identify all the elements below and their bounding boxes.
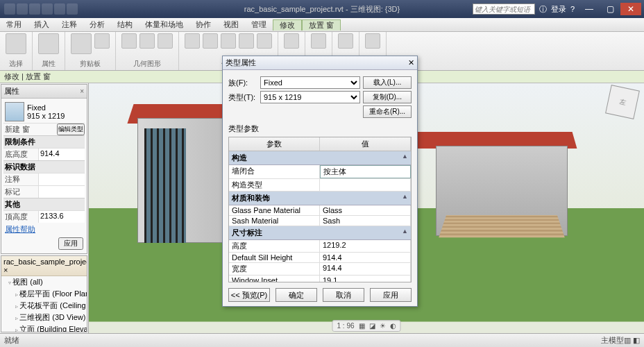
- apply-button[interactable]: 应用: [370, 288, 412, 302]
- param-key: Default Sill Height: [229, 253, 320, 262]
- zoom-controls[interactable]: ▥ ◧: [624, 336, 640, 345]
- tree-item[interactable]: 天花板平面 (Ceiling Plan): [15, 300, 87, 312]
- prop-val[interactable]: [38, 174, 85, 185]
- collapse-icon: ▲: [402, 193, 408, 203]
- search-input[interactable]: [473, 3, 535, 15]
- tree-item[interactable]: 三维视图 (3D View): [15, 312, 87, 323]
- help-icon[interactable]: ?: [570, 5, 575, 13]
- login-label[interactable]: 登录: [551, 4, 566, 15]
- duplicate-button[interactable]: 复制(D)...: [363, 91, 412, 103]
- tree-item[interactable]: 楼层平面 (Floor Plan): [15, 288, 87, 300]
- array-icon[interactable]: [257, 33, 272, 49]
- menu-home[interactable]: 常用: [0, 19, 28, 30]
- cancel-button[interactable]: 取消: [323, 288, 364, 302]
- info-icon[interactable]: ⓘ: [539, 4, 547, 15]
- param-val[interactable]: [320, 179, 411, 191]
- menu-massing[interactable]: 体量和场地: [139, 19, 189, 30]
- status-bar: 就绪 主模型 ▥ ◧: [0, 333, 644, 347]
- mirror-icon[interactable]: [239, 33, 254, 49]
- minimize-button[interactable]: —: [579, 3, 600, 15]
- menu-view[interactable]: 视图: [217, 19, 245, 30]
- param-group[interactable]: 构造▲: [229, 151, 411, 165]
- properties-icon[interactable]: [38, 33, 59, 54]
- measure-icon[interactable]: [311, 33, 326, 49]
- prop-val[interactable]: 914.4: [38, 149, 85, 160]
- close-button[interactable]: ✕: [620, 3, 641, 15]
- menu-modify[interactable]: 修改: [273, 19, 302, 31]
- qat-redo-icon[interactable]: [54, 3, 65, 15]
- ribbon-group-select: 选择: [0, 32, 33, 70]
- visual-style-icon[interactable]: ◪: [369, 322, 375, 330]
- prop-val[interactable]: 2133.6: [38, 211, 85, 223]
- preview-button[interactable]: << 预览(P): [228, 288, 270, 302]
- cut-geom-icon[interactable]: [139, 33, 155, 49]
- load-button[interactable]: 载入(L)...: [363, 76, 412, 89]
- rename-button[interactable]: 重命名(R)...: [363, 105, 412, 118]
- create-icon[interactable]: [338, 33, 353, 49]
- app-menu-icon[interactable]: [4, 3, 15, 15]
- window-buttons: — ▢ ✕: [579, 3, 641, 15]
- prop-help-link[interactable]: 属性帮助: [3, 223, 85, 236]
- rotate-icon[interactable]: [221, 33, 236, 49]
- close-icon[interactable]: ×: [80, 87, 84, 95]
- qat-open-icon[interactable]: [17, 3, 28, 15]
- select-tool-icon[interactable]: [6, 33, 26, 54]
- cope-icon[interactable]: [121, 33, 137, 49]
- move-icon[interactable]: [185, 33, 200, 49]
- cut-icon[interactable]: [94, 33, 110, 49]
- param-val[interactable]: 914.4: [320, 263, 411, 275]
- join-icon[interactable]: [158, 33, 173, 49]
- qat-undo-icon[interactable]: [42, 3, 53, 15]
- view-cube[interactable]: 左: [605, 85, 640, 119]
- qat-print-icon[interactable]: [67, 3, 78, 15]
- param-val[interactable]: 19.1: [320, 276, 411, 282]
- col-param: 参数: [229, 137, 320, 151]
- menu-structure[interactable]: 结构: [111, 19, 139, 30]
- sun-icon[interactable]: ☀: [380, 322, 386, 330]
- main-model-label[interactable]: 主模型: [601, 335, 624, 346]
- properties-header[interactable]: 属性 ×: [1, 85, 87, 99]
- param-group[interactable]: 材质和装饰▲: [229, 192, 411, 205]
- edit-type-button[interactable]: 编辑类型: [57, 124, 85, 135]
- param-val[interactable]: 1219.2: [320, 240, 411, 252]
- prop-val[interactable]: [38, 186, 85, 198]
- ok-button[interactable]: 确定: [276, 288, 317, 302]
- menu-manage[interactable]: 管理: [245, 19, 273, 30]
- status-text: 就绪: [4, 335, 19, 346]
- menu-collab[interactable]: 协作: [189, 19, 217, 30]
- paste-icon[interactable]: [71, 33, 92, 54]
- shadow-icon[interactable]: ◐: [390, 322, 396, 330]
- dialog-titlebar[interactable]: 类型属性 ✕: [223, 56, 417, 70]
- deck: [439, 215, 565, 237]
- worksets-icon[interactable]: ◧: [633, 336, 640, 345]
- close-icon[interactable]: ✕: [408, 58, 414, 67]
- left-column: 属性 × Fixed 915 x 1219 新建 窗 编辑类型 限制条件 底高度…: [0, 83, 89, 333]
- browser-tab[interactable]: rac_basic_sample_project.rvt ×: [1, 256, 87, 276]
- maximize-button[interactable]: ▢: [600, 3, 620, 15]
- scale-label[interactable]: 1 : 96: [337, 322, 354, 330]
- param-val[interactable]: 按主体: [320, 165, 412, 178]
- copy-icon[interactable]: [203, 33, 218, 49]
- param-group[interactable]: 尺寸标注▲: [229, 226, 411, 240]
- tree-item[interactable]: 立面 (Building Elevation): [15, 323, 87, 332]
- param-val[interactable]: Glass: [320, 205, 411, 215]
- param-val[interactable]: 914.4: [320, 253, 411, 262]
- param-val[interactable]: Sash: [320, 216, 411, 226]
- menu-context[interactable]: 放置 窗: [302, 19, 341, 31]
- mode-icon[interactable]: [365, 33, 380, 49]
- menu-insert[interactable]: 插入: [28, 19, 56, 30]
- type-selector[interactable]: Fixed 915 x 1219: [3, 101, 85, 123]
- tree-views[interactable]: 视图 (all): [8, 276, 87, 288]
- menu-annotate[interactable]: 注释: [56, 19, 83, 30]
- menu-analyze[interactable]: 分析: [83, 19, 111, 30]
- view-icon[interactable]: [284, 33, 299, 49]
- type-select[interactable]: 915 x 1219: [260, 91, 360, 103]
- filter-icon[interactable]: ▥: [624, 336, 631, 345]
- family-select[interactable]: Fixed: [260, 76, 360, 89]
- qat-save-icon[interactable]: [29, 3, 40, 15]
- type-name: Fixed: [27, 103, 65, 112]
- project-browser[interactable]: rac_basic_sample_project.rvt × 视图 (all) …: [1, 255, 87, 332]
- newbuild-label: 新建 窗: [3, 124, 38, 135]
- detail-icon[interactable]: ▦: [359, 322, 365, 330]
- apply-button[interactable]: 应用: [58, 237, 83, 250]
